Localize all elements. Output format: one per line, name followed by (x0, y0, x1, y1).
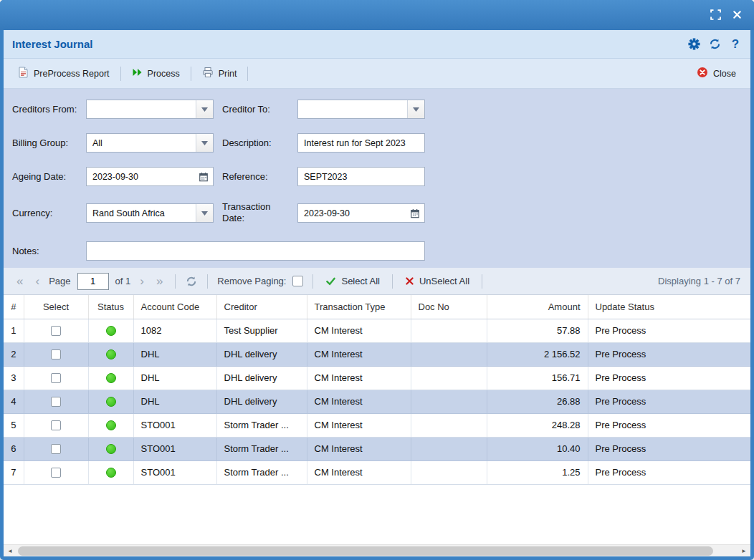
col-header-creditor[interactable]: Creditor (216, 295, 307, 319)
status-cell (88, 437, 133, 460)
scrollbar-thumb[interactable] (18, 546, 713, 556)
ageing-date-field[interactable]: 2023-09-30 (86, 167, 214, 186)
reference-input[interactable] (297, 167, 425, 186)
creditor-cell: DHL delivery (216, 342, 307, 366)
transaction-type-cell: CM Interest (307, 342, 411, 366)
chevron-down-icon[interactable] (407, 100, 424, 118)
displaying-status: Displaying 1 - 7 of 7 (658, 276, 740, 286)
creditor-to-select[interactable] (297, 100, 425, 119)
last-page-button[interactable]: » (153, 275, 166, 287)
col-header-select[interactable]: Select (24, 295, 88, 319)
chevron-down-icon[interactable] (196, 134, 213, 152)
paging-separator (482, 274, 482, 289)
amount-cell: 10.40 (487, 437, 588, 460)
creditor-cell: Storm Trader ... (216, 437, 307, 460)
paging-separator (175, 274, 176, 289)
col-header-transaction-type[interactable]: Transaction Type (307, 295, 411, 319)
col-header-num[interactable]: # (4, 295, 24, 319)
creditor-cell: Storm Trader ... (216, 413, 307, 437)
unselect-all-button[interactable]: UnSelect All (402, 276, 472, 286)
amount-cell: 248.28 (487, 413, 588, 437)
notes-label: Notes: (12, 241, 39, 261)
scrollbar-track[interactable] (16, 545, 738, 557)
calendar-icon[interactable] (406, 204, 424, 222)
print-label: Print (219, 69, 237, 79)
paging-separator (312, 274, 313, 289)
billing-group-value: All (87, 138, 196, 148)
account-code-cell: STO001 (133, 460, 216, 484)
page-of-label: of 1 (115, 276, 131, 286)
first-page-button[interactable]: « (14, 275, 26, 287)
refresh-icon[interactable] (708, 38, 721, 51)
unselect-all-label: UnSelect All (419, 276, 469, 286)
transaction-type-cell: CM Interest (307, 413, 411, 437)
status-cell (88, 366, 133, 390)
chevron-down-icon[interactable] (196, 100, 213, 118)
select-all-button[interactable]: Select All (323, 276, 382, 286)
select-cell (24, 342, 88, 366)
transaction-date-field[interactable]: 2023-09-30 (297, 203, 425, 223)
row-select-checkbox[interactable] (51, 468, 61, 478)
preprocess-report-button[interactable]: PreProcess Report (11, 62, 117, 85)
process-button[interactable]: Process (125, 63, 187, 84)
row-select-checkbox[interactable] (51, 326, 61, 336)
status-green-indicator (106, 326, 116, 336)
printer-icon (202, 67, 214, 80)
col-header-status[interactable]: Status (88, 295, 133, 319)
scroll-left-arrow-icon[interactable]: ◄ (4, 545, 16, 557)
print-button[interactable]: Print (195, 62, 244, 85)
doc-no-cell (411, 413, 487, 437)
row-select-checkbox[interactable] (51, 420, 61, 430)
currency-label: Currency: (12, 203, 52, 223)
account-code-cell: 1082 (133, 319, 216, 342)
table-row: 7STO001Storm Trader ...CM Interest1.25Pr… (4, 460, 750, 484)
row-select-checkbox[interactable] (51, 373, 61, 383)
notes-input[interactable] (86, 241, 425, 261)
billing-group-select[interactable]: All (86, 133, 214, 153)
doc-no-cell (411, 342, 487, 366)
help-icon[interactable]: ? (729, 38, 742, 51)
row-select-checkbox[interactable] (51, 397, 61, 407)
status-cell (88, 460, 133, 484)
previous-page-button[interactable]: ‹ (32, 275, 42, 287)
status-green-indicator (106, 349, 116, 359)
horizontal-scrollbar[interactable]: ◄ ► (4, 544, 750, 556)
transaction-date-label: Transaction Date: (222, 201, 284, 224)
grid-refresh-icon[interactable] (185, 275, 198, 288)
gear-icon[interactable] (687, 38, 700, 51)
row-select-checkbox[interactable] (51, 444, 61, 454)
status-green-indicator (106, 397, 116, 407)
window-titlebar (0, 0, 754, 30)
creditors-from-label: Creditors From: (12, 100, 77, 119)
description-input[interactable] (297, 133, 425, 153)
update-status-cell: Pre Process (588, 390, 750, 413)
close-icon[interactable] (731, 9, 743, 20)
maximize-icon[interactable] (710, 9, 721, 20)
table-row: 11082Test SupplierCM Interest57.88Pre Pr… (4, 319, 750, 342)
amount-cell: 156.71 (487, 366, 588, 390)
creditor-cell: DHL delivery (216, 390, 307, 413)
next-page-button[interactable]: › (137, 275, 147, 287)
status-cell (88, 319, 133, 342)
col-header-update-status[interactable]: Update Status (588, 295, 750, 319)
row-select-checkbox[interactable] (51, 349, 61, 359)
chevron-down-icon[interactable] (196, 204, 213, 222)
col-header-account-code[interactable]: Account Code (133, 295, 216, 319)
scroll-right-arrow-icon[interactable]: ► (738, 545, 750, 557)
col-header-amount[interactable]: Amount (487, 295, 588, 319)
doc-no-cell (411, 390, 487, 413)
remove-paging-checkbox[interactable] (292, 276, 303, 286)
creditors-from-select[interactable] (86, 100, 214, 119)
close-button[interactable]: Close (689, 62, 743, 85)
transaction-type-cell: CM Interest (307, 366, 411, 390)
ageing-date-value: 2023-09-30 (87, 172, 194, 182)
calendar-icon[interactable] (194, 168, 213, 185)
page-number-input[interactable] (77, 273, 109, 290)
table-header-row: # Select Status Account Code Creditor Tr… (4, 295, 750, 319)
select-cell (24, 437, 88, 460)
currency-select[interactable]: Rand South Africa (86, 203, 214, 223)
status-green-indicator (106, 373, 116, 383)
col-header-doc-no[interactable]: Doc No (411, 295, 487, 319)
table-row: 6STO001Storm Trader ...CM Interest10.40P… (4, 437, 750, 460)
panel-header-icons: ? (687, 38, 742, 51)
